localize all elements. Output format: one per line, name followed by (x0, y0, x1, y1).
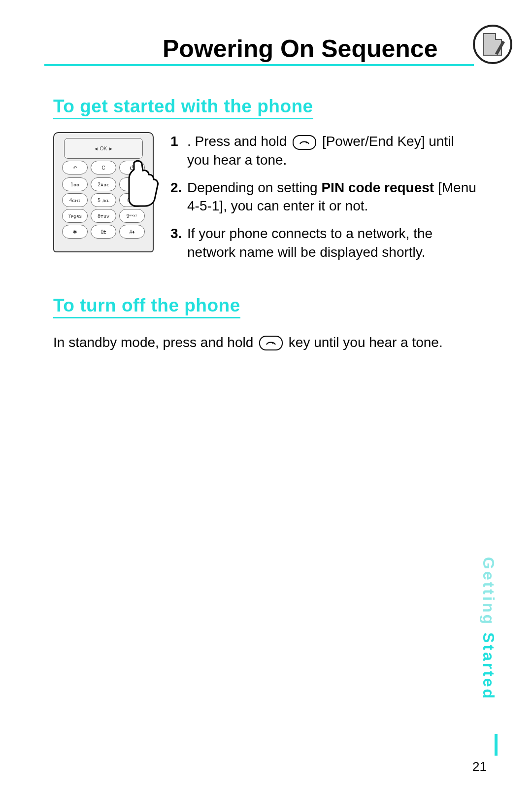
page-number: 21 (472, 759, 487, 774)
pointing-hand-icon (124, 159, 165, 208)
turn-off-text: In standby mode, press and hold key unti… (53, 333, 477, 352)
phone-key-4: 4ɢʜɪ (62, 193, 88, 207)
power-end-key-icon (259, 336, 283, 350)
phone-key-hash: #♦ (119, 225, 145, 239)
phone-key-call: ↶ (62, 161, 88, 174)
header-rule (44, 64, 474, 66)
chapter-tab: Getting Started (479, 557, 498, 700)
step-number: 3. (170, 224, 187, 262)
step-number: 2. (170, 178, 187, 216)
step-text-pre: Depending on setting (187, 180, 321, 195)
step-text: If your phone connects to a network, the… (187, 226, 432, 260)
step-text-bold: PIN code request (321, 180, 434, 195)
list-item: 3. If your phone connects to a network, … (170, 224, 477, 262)
off-text-pre: In standby mode, press and hold (53, 335, 257, 350)
off-text-post: key until you hear a tone. (289, 335, 443, 350)
phone-key-5: 5 ᴊᴋʟ (91, 193, 116, 207)
phone-nav-key: ◄ OK ► (64, 138, 143, 159)
power-end-key-icon (293, 135, 316, 150)
section-off: To turn off the phone In standby mode, p… (53, 295, 477, 352)
phone-keypad-illustration: ◄ OK ► ↶ C ⏻ 1ᴏᴏ 2ᴀʙᴄ 3ᵈᵉ 4ɢʜɪ 5 ᴊᴋʟ (53, 132, 154, 252)
phone-key-8: 8ᴛᴜᴠ (91, 209, 116, 223)
step-number: 1 (170, 132, 187, 170)
page-title: Powering On Sequence (163, 35, 437, 63)
step-text-pre: . Press and hold (187, 134, 291, 149)
phone-key-star: ✱ (62, 225, 88, 239)
svg-point-0 (306, 141, 307, 143)
chapter-tab-light: Getting (480, 557, 498, 632)
document-pen-icon (473, 25, 512, 64)
section-start: To get started with the phone ◄ OK ► ↶ C… (53, 96, 477, 271)
footer-accent (495, 734, 498, 756)
phone-key-0: 0± (91, 225, 116, 239)
section-heading-start: To get started with the phone (53, 96, 313, 119)
svg-point-1 (272, 343, 274, 344)
phone-key-7: 7ᴘǫʀs (62, 209, 88, 223)
chapter-tab-dark: Started (480, 632, 498, 700)
steps-list: 1 . Press and hold [Power/End Key] until… (170, 132, 477, 271)
phone-key-1: 1ᴏᴏ (62, 177, 88, 191)
phone-key-clear: C (91, 161, 116, 174)
phone-key-2: 2ᴀʙᴄ (91, 177, 116, 191)
list-item: 1 . Press and hold [Power/End Key] until… (170, 132, 477, 170)
section-heading-off: To turn off the phone (53, 295, 240, 318)
phone-key-9: 9ʷˣʸᶻ (119, 209, 145, 223)
list-item: 2. Depending on setting PIN code request… (170, 178, 477, 216)
